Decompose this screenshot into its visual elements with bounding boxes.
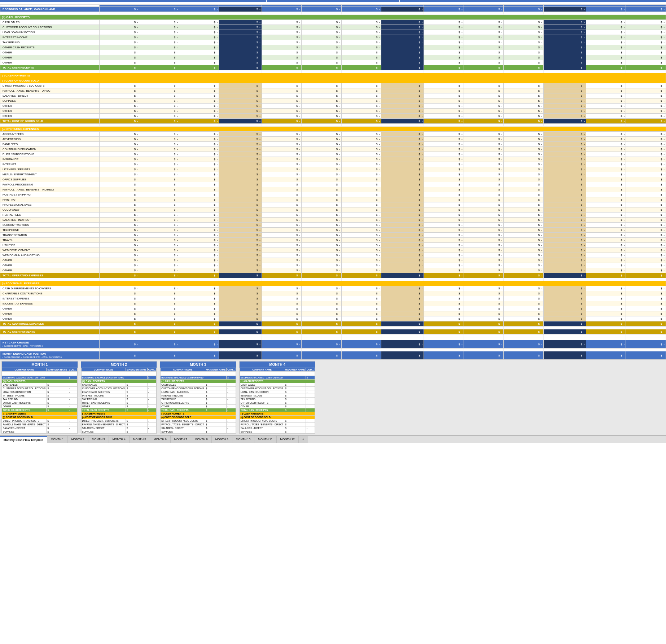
subsheet: MONTH 1 COMPANY NAME MANAGER NAME COM...… xyxy=(1,361,78,434)
table-row: ADVERTISING$ -$ -$ -$ -$ -$ -$ -$ -$ -$ … xyxy=(0,137,666,142)
section-header-row: (-) ADDITIONAL EXPENSES xyxy=(0,281,666,286)
subsheet-othercr: OTHER CASH RECEIPTS$- xyxy=(161,401,236,405)
table-row: DIRECT PRODUCT / SVC COSTS$ -$ -$ -$ -$ … xyxy=(0,83,666,88)
subsheet-cp-header: (-) CASH PAYMENTS xyxy=(2,412,78,416)
subsheet-custcollect: CUSTOMER ACCOUNT COLLECTIONS$- xyxy=(240,387,315,390)
tab-MONTH_12[interactable]: MONTH 12 xyxy=(277,436,299,443)
subsheet-taxrefund: TAX REFUND$- xyxy=(2,398,78,401)
blank-row xyxy=(0,327,666,329)
subsheet-other1: OTHER$- xyxy=(240,405,315,408)
table-row: CHARITABLE CONTRIBUTIONS$ -$ -$ -$ -$ -$… xyxy=(0,291,666,296)
subsheet-loaninject: LOAN / CASH INJECTION$- xyxy=(240,390,315,394)
subsheet-company: COMPANY NAME xyxy=(161,368,205,372)
table-row: PAYROLL TAXES / BENEFITS - DIRECT$ -$ -$… xyxy=(0,88,666,93)
tab-Monthly_Cash_Flow_Template[interactable]: Monthly Cash Flow Template xyxy=(0,436,47,443)
subsheet: MONTH 4 COMPANY NAME MANAGER NAME COM...… xyxy=(239,361,316,434)
subsheet-table: COMPANY NAME MANAGER NAME COM... BEGINNI… xyxy=(81,368,157,434)
subsheet-cashsales: CASH SALES$- xyxy=(240,383,315,387)
blank-row xyxy=(0,70,666,73)
completed-by-label xyxy=(267,0,400,2)
subsheet-supplies: SUPPLIES$- xyxy=(81,430,157,434)
subsheet-saldir: SALARIES - DIRECT$- xyxy=(81,426,157,430)
subsheet-total-cr: TOTAL CASH RECEIPTS $ - xyxy=(2,408,78,412)
blank-row xyxy=(0,337,666,340)
tab-MONTH_6[interactable]: MONTH 6 xyxy=(150,436,171,443)
subsheet-cr-header: (+) CASH RECEIPTS xyxy=(161,380,236,383)
table-row: OTHER$ -$ -$ -$ -$ -$ -$ -$ -$ -$ -$ -$ … xyxy=(0,306,666,311)
subsheet: MONTH 3 COMPANY NAME MANAGER NAME COM...… xyxy=(160,361,236,434)
subsheet-interest: INTEREST INCOME$- xyxy=(2,394,78,398)
total-row: TOTAL CASH RECEIPTS$ -$ -$ -$ -$ -$ -$ -… xyxy=(0,65,666,70)
subsheet-completed: COM... xyxy=(227,368,236,372)
subsheet-ptaxdir: PAYROLL TAXES / BENEFITS - DIRECT$- xyxy=(240,423,315,426)
tab-MONTH_1[interactable]: MONTH 1 xyxy=(47,436,68,443)
table-row: PROFESSIONAL SVCS$ -$ -$ -$ -$ -$ -$ -$ … xyxy=(0,202,666,207)
subsheet-loaninject: LOAN / CASH INJECTION$- xyxy=(2,390,78,394)
table-row: OTHER$ -$ -$ -$ -$ -$ -$ -$ -$ -$ -$ -$ … xyxy=(0,263,666,268)
table-row: CONTINUING EDUCATION$ -$ -$ -$ -$ -$ -$ … xyxy=(0,147,666,152)
month-ending-row: MONTH ENDING CASH POSITION( CASH ON HAND… xyxy=(0,351,666,360)
subsheet-cp-header: (-) CASH PAYMENTS xyxy=(240,412,315,416)
table-row: INSURANCE$ -$ -$ -$ -$ -$ -$ -$ -$ -$ -$… xyxy=(0,157,666,162)
subsheet-cogs-header: (-) COST OF GOODS SOLD xyxy=(161,416,236,419)
table-row: CUSTOMER ACCOUNT COLLECTIONS$ -$ -$ -$ -… xyxy=(0,25,666,30)
subsheet-custcollect: CUSTOMER ACCOUNT COLLECTIONS$- xyxy=(161,387,236,390)
subsheet-othercr: OTHER CASH RECEIPTS$- xyxy=(2,401,78,405)
subsheet-completed: COM... xyxy=(306,368,315,372)
subsheet-table: COMPANY NAME MANAGER NAME COM... BEGINNI… xyxy=(2,368,78,434)
section-header-row: (-) COST OF GOODS SOLD xyxy=(0,78,666,83)
table-row: SUBCONTRACTORS$ -$ -$ -$ -$ -$ -$ -$ -$ … xyxy=(0,223,666,228)
spreadsheet-area: BEGINNING BALANCE | CASH ON HAND$ -$ -$ … xyxy=(0,0,666,360)
table-row: SALARIES - INDIRECT$ -$ -$ -$ -$ -$ -$ -… xyxy=(0,218,666,223)
subsheet-ptaxdir: PAYROLL TAXES / BENEFITS - DIRECT$- xyxy=(2,423,78,426)
tab-MONTH_2[interactable]: MONTH 2 xyxy=(68,436,88,443)
subsheet-manager: MANAGER NAME xyxy=(126,368,148,372)
section-header-row: (-) OPERATING EXPENSES xyxy=(0,127,666,132)
subsheet-beginning: BEGINNING BALANCE | CASH ON HAND $ - xyxy=(240,376,315,380)
section-header-row: (-) CASH PAYMENTS xyxy=(0,73,666,78)
table-row: TAX REFUND$ -$ -$ -$ -$ -$ -$ -$ -$ -$ -… xyxy=(0,40,666,45)
table-row: OTHER$ -$ -$ -$ -$ -$ -$ -$ -$ -$ -$ -$ … xyxy=(0,268,666,273)
table-row: OTHER$ -$ -$ -$ -$ -$ -$ -$ -$ -$ -$ -$ … xyxy=(0,55,666,60)
table-row: LICENSES / PERMITS$ -$ -$ -$ -$ -$ -$ -$… xyxy=(0,167,666,172)
section-header-row: (+) CASH RECEIPTS xyxy=(0,15,666,20)
table-row: WEB DEVELOPMENT$ -$ -$ -$ -$ -$ -$ -$ -$… xyxy=(0,248,666,253)
subsheet-completed: COM... xyxy=(68,368,78,372)
subsheet-ptaxdir: PAYROLL TAXES / BENEFITS - DIRECT$- xyxy=(161,423,236,426)
subsheet-cp-header: (-) CASH PAYMENTS xyxy=(81,412,157,416)
subsheet-company: COMPANY NAME xyxy=(2,368,47,372)
subsheet-other1: OTHER$- xyxy=(2,405,78,408)
tab-add[interactable]: + xyxy=(299,436,308,443)
subsheet-title: MONTH 1 xyxy=(2,362,78,368)
table-row: OTHER$ -$ -$ -$ -$ -$ -$ -$ -$ -$ -$ -$ … xyxy=(0,60,666,65)
tab-MONTH_9[interactable]: MONTH 9 xyxy=(212,436,232,443)
subsheet-custcollect: CUSTOMER ACCOUNT COLLECTIONS$- xyxy=(81,387,157,390)
subsheet-info-row: COMPANY NAME MANAGER NAME COM... xyxy=(81,368,157,372)
tab-MONTH_10[interactable]: MONTH 10 xyxy=(232,436,254,443)
table-row: TRAVEL$ -$ -$ -$ -$ -$ -$ -$ -$ -$ -$ -$… xyxy=(0,238,666,243)
subsheet-cashsales: CASH SALES$- xyxy=(2,383,78,387)
subsheet-title: MONTH 2 xyxy=(81,362,157,368)
subsheet-interest: INTEREST INCOME$- xyxy=(81,394,157,398)
subsheet-company: COMPANY NAME xyxy=(240,368,284,372)
blank-row xyxy=(0,12,666,15)
tab-MONTH_7[interactable]: MONTH 7 xyxy=(171,436,191,443)
subsheet-interest: INTEREST INCOME$- xyxy=(161,394,236,398)
tab-MONTH_3[interactable]: MONTH 3 xyxy=(88,436,109,443)
subsheet-interest: INTEREST INCOME$- xyxy=(240,394,315,398)
subsheet-custcollect: CUSTOMER ACCOUNT COLLECTIONS$- xyxy=(2,387,78,390)
tab-MONTH_5[interactable]: MONTH 5 xyxy=(130,436,150,443)
tab-MONTH_11[interactable]: MONTH 11 xyxy=(254,436,276,443)
table-row: MEALS / ENTERTAINMENT$ -$ -$ -$ -$ -$ -$… xyxy=(0,172,666,177)
tab-MONTH_4[interactable]: MONTH 4 xyxy=(109,436,130,443)
subsheet-othercr: OTHER CASH RECEIPTS$- xyxy=(240,401,315,405)
table-row: PAYROLL TAXES / BENEFITS - INDIRECT$ -$ … xyxy=(0,187,666,192)
table-row: OTHER$ -$ -$ -$ -$ -$ -$ -$ -$ -$ -$ -$ … xyxy=(0,109,666,114)
subsheet-cr-header: (+) CASH RECEIPTS xyxy=(81,380,157,383)
subsheet-supplies: SUPPLIES$- xyxy=(161,430,236,434)
subsheet-loaninject: LOAN / CASH INJECTION$- xyxy=(81,390,157,394)
info-row xyxy=(0,0,666,2)
subsheet-beginning: BEGINNING BALANCE | CASH ON HAND $ - xyxy=(161,376,236,380)
tab-MONTH_8[interactable]: MONTH 8 xyxy=(191,436,212,443)
subsheet-row xyxy=(240,372,315,376)
